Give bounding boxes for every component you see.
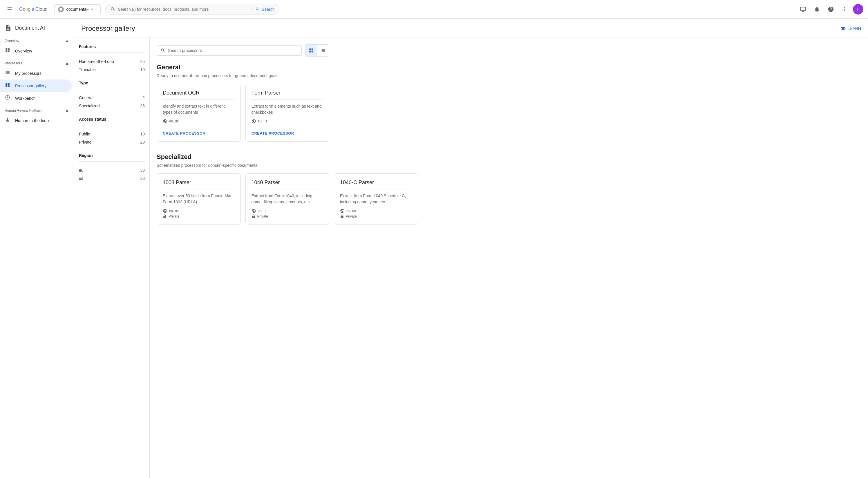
processors-chevron: ▲ xyxy=(65,61,69,66)
filter-label-us: us xyxy=(79,176,83,181)
document-ocr-region: eu, us xyxy=(163,119,235,124)
lock-icon xyxy=(163,214,167,218)
main-layout: Document AI Overview ▲ Overview Processo… xyxy=(0,19,868,478)
1040-parser-card: 1040 Parser Extract from Form 1040, incl… xyxy=(245,173,330,224)
globe-icon xyxy=(251,119,256,124)
filter-item-us[interactable]: us 38 xyxy=(79,174,145,183)
sidebar-item-overview[interactable]: Overview xyxy=(0,45,72,57)
region-filter-title: Region xyxy=(79,153,145,158)
notifications-icon[interactable] xyxy=(811,3,823,15)
1040c-parser-card: 1040-C Parser Extract from Form 1040 Sch… xyxy=(334,173,418,224)
hamburger-icon[interactable]: ☰ xyxy=(5,3,14,15)
hrp-section-label[interactable]: Human Review Platform ▲ xyxy=(0,104,74,114)
filters-panel: Features Human-in-the-Loop 25 Trainable … xyxy=(74,37,150,478)
project-selector[interactable]: documentai- ▾ xyxy=(54,4,101,14)
app-icon xyxy=(5,24,11,31)
features-filter: Features Human-in-the-Loop 25 Trainable … xyxy=(79,44,145,74)
learn-button[interactable]: LEARN xyxy=(840,26,861,31)
search-button-label: Search xyxy=(262,7,274,11)
filter-count-hitl: 25 xyxy=(140,59,145,64)
project-name: documentai- xyxy=(66,7,89,11)
svg-point-0 xyxy=(59,8,62,11)
app-title-header: Document AI xyxy=(0,21,74,35)
filter-count-private: 28 xyxy=(140,140,145,145)
1040c-parser-title: 1040-C Parser xyxy=(340,180,412,186)
type-filter-title: Type xyxy=(79,81,145,85)
google-cloud-logo: Google Cloud xyxy=(19,7,47,12)
document-ocr-create-button[interactable]: CREATE PROCESSOR xyxy=(163,131,206,135)
search-icon xyxy=(110,7,116,12)
global-search-input[interactable] xyxy=(118,7,248,11)
overview-item-label: Overview xyxy=(15,49,32,53)
document-ocr-desc: Identify and extract text in different t… xyxy=(163,103,235,116)
sidebar-item-my-processors[interactable]: My processors xyxy=(0,67,72,79)
filter-item-human-in-the-loop[interactable]: Human-in-the-Loop 25 xyxy=(79,57,145,66)
1040c-parser-privacy-label: Private xyxy=(346,214,356,218)
1040-parser-privacy: Private xyxy=(251,214,323,218)
filter-item-specialized[interactable]: Specialized 36 xyxy=(79,102,145,110)
general-title: General xyxy=(157,64,861,71)
general-section: General Ready to use out-of-the-box proc… xyxy=(157,64,861,141)
specialized-description: Schematized processors for domain-specif… xyxy=(157,163,861,168)
form-parser-action: CREATE PROCESSOR xyxy=(251,127,323,135)
processors-label: Processors xyxy=(5,61,22,65)
filter-item-trainable[interactable]: Trainable 10 xyxy=(79,66,145,74)
1040c-parser-region: eu, us xyxy=(340,209,412,213)
filter-item-private[interactable]: Private 28 xyxy=(79,138,145,146)
view-toggle xyxy=(305,44,329,57)
my-processors-icon xyxy=(5,70,10,76)
filter-count-public: 10 xyxy=(140,132,145,136)
human-in-the-loop-label: Human-in-the-loop xyxy=(15,118,49,123)
global-search-bar[interactable]: Search xyxy=(105,4,279,14)
1003-parser-title: 1003 Parser xyxy=(163,180,235,186)
list-icon xyxy=(320,48,326,53)
sidebar-item-workbench[interactable]: Workbench xyxy=(0,92,72,104)
app-title: Document AI xyxy=(15,25,45,31)
form-parser-regions: eu, us xyxy=(258,119,268,123)
processor-gallery-label: Processor gallery xyxy=(15,84,46,88)
specialized-cards-grid: 1003 Parser Extract over 50 fields from … xyxy=(157,173,861,224)
search-button[interactable]: Search xyxy=(251,7,274,11)
processor-search-icon xyxy=(160,48,166,53)
1040c-parser-regions: eu, us xyxy=(346,209,356,213)
features-filter-title: Features xyxy=(79,44,145,49)
filter-item-general[interactable]: General 2 xyxy=(79,94,145,102)
more-icon[interactable] xyxy=(839,3,850,15)
list-view-button[interactable] xyxy=(317,45,329,56)
1040c-parser-desc: Extract from Form 1040 Schedule C, inclu… xyxy=(340,193,412,205)
sidebar-item-human-in-the-loop[interactable]: Human-in-the-loop xyxy=(0,114,72,127)
lock-icon xyxy=(340,214,344,218)
avatar[interactable]: H xyxy=(853,4,863,14)
form-parser-card: Form Parser Extract form elements such a… xyxy=(245,84,330,141)
help-icon[interactable] xyxy=(825,3,837,15)
filter-count-trainable: 10 xyxy=(140,67,145,72)
1003-parser-privacy: Private xyxy=(163,214,235,218)
form-parser-region: eu, us xyxy=(251,119,323,124)
filter-item-public[interactable]: Public 10 xyxy=(79,130,145,138)
processor-search-bar[interactable] xyxy=(157,45,302,56)
filter-item-eu[interactable]: eu 38 xyxy=(79,166,145,174)
processors-section-label[interactable]: Processors ▲ xyxy=(0,57,74,67)
overview-chevron: ▲ xyxy=(65,38,69,43)
form-parser-title: Form Parser xyxy=(251,90,323,96)
document-ocr-meta: eu, us xyxy=(163,119,235,124)
overview-section-label[interactable]: Overview ▲ xyxy=(0,35,74,45)
1040-parser-region: eu, us xyxy=(251,209,323,213)
processor-search-input[interactable] xyxy=(168,48,298,53)
sidebar-item-processor-gallery[interactable]: Processor gallery xyxy=(0,79,72,92)
1003-parser-meta: eu, us Private xyxy=(163,209,235,218)
content-area: Processor gallery LEARN Features Human-i… xyxy=(74,19,868,478)
general-description: Ready to use out-of-the-box processors f… xyxy=(157,73,861,78)
filter-label-public: Public xyxy=(79,132,90,136)
grid-view-button[interactable] xyxy=(306,45,317,56)
hrp-chevron: ▲ xyxy=(65,108,69,113)
human-in-the-loop-icon xyxy=(5,117,10,124)
filter-count-us: 38 xyxy=(140,176,145,181)
1003-parser-region: eu, us xyxy=(163,209,235,213)
monitor-icon[interactable] xyxy=(797,3,809,15)
form-parser-create-button[interactable]: CREATE PROCESSOR xyxy=(251,131,294,135)
access-status-filter-title: Access status xyxy=(79,117,145,122)
1003-parser-desc: Extract over 50 fields from Fannie Mae F… xyxy=(163,193,235,205)
filter-count-general: 2 xyxy=(143,95,145,100)
search-row xyxy=(157,44,861,57)
